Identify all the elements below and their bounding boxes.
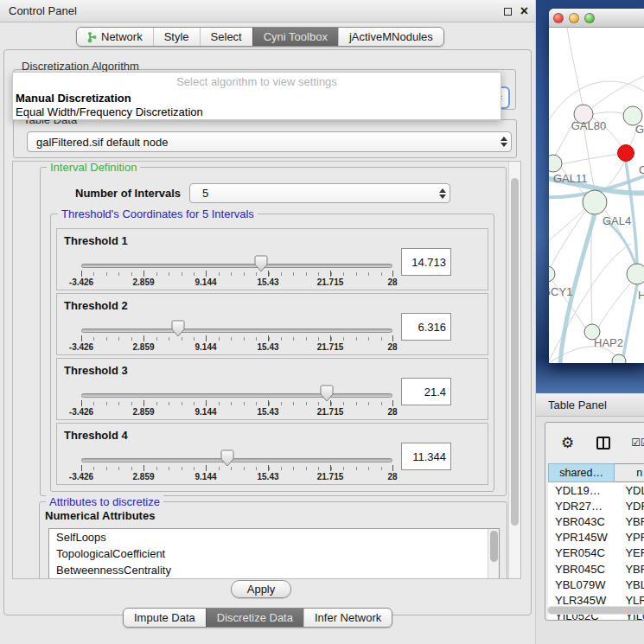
threshold-value-field[interactable] bbox=[401, 378, 451, 405]
network-edge bbox=[562, 154, 620, 164]
slider-major-tick bbox=[206, 400, 207, 406]
table-row[interactable]: YBL079WYBL0 bbox=[548, 577, 644, 592]
stepper-icon bbox=[497, 132, 511, 151]
network-node[interactable] bbox=[627, 264, 644, 284]
attribute-list-item[interactable]: BetweennessCentrality bbox=[49, 562, 499, 578]
threshold-value-field[interactable] bbox=[401, 248, 451, 276]
network-node[interactable] bbox=[618, 145, 634, 162]
checkbox-icon[interactable]: ☑ bbox=[641, 437, 644, 449]
slider-major-tick bbox=[206, 335, 207, 341]
threshold-label: Threshold 3 bbox=[64, 364, 128, 377]
minimize-traffic-light[interactable] bbox=[569, 13, 579, 23]
table-row[interactable]: YDL19…YDL1 bbox=[548, 482, 644, 498]
table-row[interactable]: YBR045CYBR0 bbox=[548, 561, 644, 577]
slider-tick-label: 21.715 bbox=[304, 342, 356, 352]
settings-scroll-area: Interval Definition Number of Intervals … bbox=[12, 161, 521, 579]
slider-major-tick bbox=[206, 271, 207, 277]
interval-definition-legend: Interval Definition bbox=[47, 161, 140, 174]
tab-impute-data[interactable]: Impute Data bbox=[124, 609, 206, 627]
threshold-value-field[interactable] bbox=[401, 443, 451, 470]
tab-network[interactable]: Network bbox=[77, 28, 153, 46]
gear-icon[interactable]: ⚙ bbox=[561, 434, 574, 451]
numerical-attributes-listbox[interactable]: SelfLoopsTopologicalCoefficientBetweenne… bbox=[48, 528, 500, 579]
slider-tick-label: 15.43 bbox=[242, 472, 294, 481]
checkbox-icon[interactable]: ☑ bbox=[631, 437, 641, 449]
table-row[interactable]: YPR145WYPR1 bbox=[548, 530, 644, 545]
algorithm-option[interactable]: Equal Width/Frequency Discretization bbox=[15, 105, 499, 119]
attribute-table-container: ⚙ ☑ ☑ shared…nYDL19…YDL1YDR27…YDR2YBR043… bbox=[545, 422, 644, 621]
threshold-slider-track[interactable] bbox=[81, 264, 392, 268]
column-header[interactable]: n bbox=[615, 463, 644, 482]
slider-tick-label: 9.144 bbox=[180, 277, 232, 287]
network-edge bbox=[549, 207, 588, 244]
table-cell: YBL0 bbox=[615, 577, 644, 592]
interval-definition-group: Interval Definition Number of Intervals … bbox=[40, 167, 507, 496]
slider-major-tick bbox=[268, 400, 269, 406]
algorithm-option[interactable]: Manual Discretization bbox=[15, 92, 499, 105]
table-cell: YDR27… bbox=[548, 498, 615, 513]
threshold-slider-track[interactable] bbox=[81, 328, 392, 333]
tab-select[interactable]: Select bbox=[200, 28, 252, 46]
threshold-label: Threshold 2 bbox=[64, 299, 128, 312]
tab-cyni-toolbox[interactable]: Cyni Toolbox bbox=[252, 28, 338, 46]
algorithm-dropdown-popup: Select algorithm to view settings Manual… bbox=[12, 72, 501, 120]
network-node-label: C bbox=[639, 163, 644, 176]
tab-label: Discretize Data bbox=[217, 611, 293, 624]
table-panel-title: Table Panel bbox=[536, 399, 607, 411]
network-canvas[interactable]: GAL80GCGAL11GAL4GCY1HHAP2 bbox=[549, 28, 644, 363]
threshold-slider-track[interactable] bbox=[81, 393, 392, 398]
listbox-scrollbar[interactable] bbox=[488, 529, 499, 579]
scrollbar-thumb[interactable] bbox=[490, 531, 498, 562]
columns-icon[interactable] bbox=[596, 437, 610, 450]
slider-tick-label: 15.43 bbox=[242, 277, 294, 287]
table-data-combobox[interactable]: galFiltered.sif default node bbox=[27, 131, 512, 152]
scrollbar-thumb[interactable] bbox=[511, 178, 519, 526]
threshold-slider-thumb[interactable] bbox=[171, 320, 185, 337]
slider-tick-label: 9.144 bbox=[180, 472, 232, 481]
table-row[interactable]: YDR27…YDR2 bbox=[548, 498, 644, 513]
close-icon[interactable]: × bbox=[520, 4, 528, 18]
table-horizontal-scrollbar[interactable] bbox=[547, 606, 644, 615]
control-panel: Control Panel × NetworkStyleSelectCyni T… bbox=[0, 0, 536, 644]
slider-tick-label: 15.43 bbox=[242, 342, 294, 352]
slider-major-tick bbox=[392, 400, 393, 406]
close-traffic-light[interactable] bbox=[553, 13, 564, 23]
network-node-label: GAL11 bbox=[553, 172, 588, 185]
float-window-icon[interactable] bbox=[504, 8, 512, 16]
threshold-slider-thumb[interactable] bbox=[254, 255, 268, 272]
slider-major-tick bbox=[392, 271, 393, 277]
tab-jactivemnodules[interactable]: jActiveMNodules bbox=[338, 28, 443, 46]
network-node-label: HAP2 bbox=[594, 336, 623, 349]
tab-discretize-data[interactable]: Discretize Data bbox=[206, 609, 303, 627]
threshold-slider-thumb[interactable] bbox=[220, 450, 234, 467]
table-cell: YBL079W bbox=[548, 577, 615, 592]
slider-tick-label: -3.426 bbox=[55, 342, 107, 352]
attribute-list-item[interactable]: SelfLoops bbox=[49, 529, 499, 545]
network-window-titlebar[interactable] bbox=[549, 9, 644, 28]
top-tab-bar: NetworkStyleSelectCyni ToolboxjActiveMNo… bbox=[76, 27, 444, 47]
settings-scrollbar[interactable] bbox=[508, 162, 520, 578]
tab-infer-network[interactable]: Infer Network bbox=[303, 609, 392, 627]
network-node[interactable] bbox=[549, 155, 562, 172]
threshold-slider-thumb[interactable] bbox=[320, 385, 334, 402]
table-row[interactable]: YBR043CYBR0 bbox=[548, 513, 644, 529]
apply-button[interactable]: Apply bbox=[231, 580, 291, 598]
slider-tick-label: 28 bbox=[367, 407, 418, 417]
threshold-box: Threshold 2 -3.4262.8599.14415.4321.7152… bbox=[56, 293, 488, 355]
threshold-value-field[interactable] bbox=[401, 313, 451, 341]
number-of-intervals-combobox[interactable]: 5 bbox=[189, 183, 450, 203]
threshold-slider-track[interactable] bbox=[81, 458, 392, 462]
number-of-intervals-value: 5 bbox=[190, 187, 436, 200]
slider-tick-label: 21.715 bbox=[304, 407, 356, 417]
tab-style[interactable]: Style bbox=[153, 28, 200, 46]
network-node[interactable] bbox=[549, 266, 555, 282]
desktop-background: GAL80GCGAL11GAL4GCY1HHAP2 bbox=[536, 0, 644, 393]
zoom-traffic-light[interactable] bbox=[584, 13, 595, 23]
network-node[interactable] bbox=[583, 190, 607, 214]
scrollbar-thumb[interactable] bbox=[548, 607, 644, 614]
table-row[interactable]: YER054CYER0 bbox=[548, 545, 644, 561]
attribute-list-item[interactable]: TopologicalCoefficient bbox=[49, 545, 499, 562]
slider-major-tick bbox=[268, 335, 269, 341]
column-header[interactable]: shared… bbox=[548, 463, 615, 482]
slider-major-tick bbox=[330, 271, 331, 277]
